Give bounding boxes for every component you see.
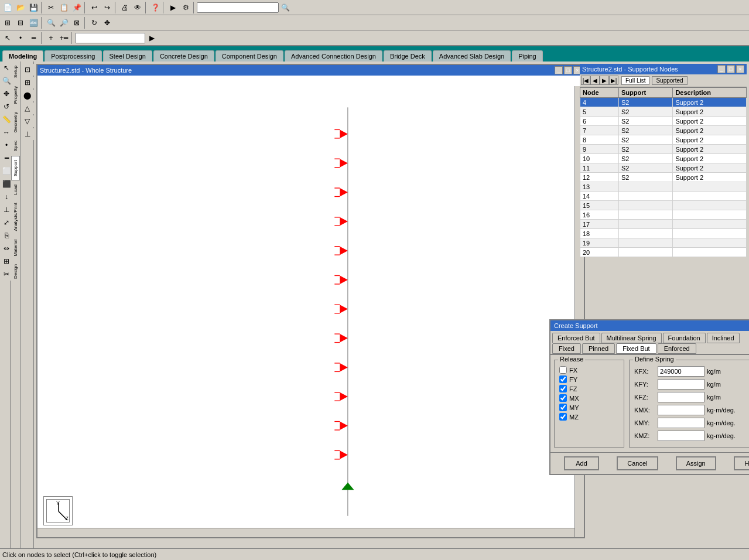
- table-row[interactable]: 12S2Support 2: [580, 173, 747, 182]
- search-input[interactable]: [197, 2, 279, 13]
- vtab-setup[interactable]: Setup: [11, 62, 20, 82]
- nav-prev-btn[interactable]: ◀: [590, 76, 600, 85]
- dialog-subtab-fixed[interactable]: Fixed: [552, 343, 581, 354]
- mz-checkbox[interactable]: [559, 413, 567, 421]
- select-btn[interactable]: ↖: [1, 32, 14, 44]
- print-btn[interactable]: 🖨: [118, 2, 131, 13]
- labels-btn[interactable]: 🔤: [27, 17, 40, 29]
- tab-component-design[interactable]: Component Design: [216, 50, 283, 62]
- run-cmd-btn[interactable]: ▶: [145, 32, 158, 44]
- add-node-btn[interactable]: +: [45, 32, 57, 44]
- mode-btn[interactable]: ⚙: [179, 2, 192, 13]
- vtab-geometry[interactable]: Geometry: [11, 108, 20, 136]
- zoom-in-btn[interactable]: 🔍: [45, 17, 57, 29]
- table-row[interactable]: 7S2Support 2: [580, 126, 747, 135]
- nodes-table-container[interactable]: Node Support Description 4S2Support 25S2…: [580, 87, 747, 257]
- undo-btn[interactable]: ↩: [88, 2, 101, 13]
- table-row[interactable]: 9S2Support 2: [580, 145, 747, 154]
- nav-next-btn[interactable]: ▶: [600, 76, 609, 85]
- dialog-tab-enforced-but[interactable]: Enforced But: [552, 333, 600, 343]
- table-row[interactable]: 10S2Support 2: [580, 154, 747, 163]
- side-btn-4[interactable]: △: [21, 103, 34, 114]
- open-btn[interactable]: 📂: [14, 2, 27, 13]
- nodes-close-btn[interactable]: ×: [736, 65, 744, 73]
- cut-btn[interactable]: ✂: [45, 2, 57, 13]
- add-beam-btn[interactable]: +━: [57, 32, 70, 44]
- grid-btn[interactable]: ⊟: [14, 17, 27, 29]
- side-btn-3[interactable]: ⬤: [21, 90, 34, 101]
- nodes-minimize-btn[interactable]: _: [717, 65, 726, 73]
- nodes-maximize-btn[interactable]: □: [727, 65, 735, 73]
- search-btn[interactable]: 🔍: [279, 2, 292, 13]
- fx-checkbox[interactable]: [559, 366, 567, 374]
- table-row[interactable]: 13: [580, 182, 747, 192]
- table-row[interactable]: 15: [580, 201, 747, 210]
- tab-piping[interactable]: Piping: [512, 50, 543, 62]
- table-row[interactable]: 5S2Support 2: [580, 107, 747, 117]
- add-button[interactable]: Add: [564, 456, 599, 470]
- tab-postprocessing[interactable]: Postprocessing: [45, 50, 101, 62]
- vtab-load[interactable]: Load: [11, 180, 20, 199]
- table-row[interactable]: 8S2Support 2: [580, 135, 747, 145]
- save-btn[interactable]: 💾: [27, 2, 40, 13]
- table-row[interactable]: 20: [580, 248, 747, 257]
- canvas-maximize-btn[interactable]: □: [564, 66, 572, 74]
- canvas-scrollbar-h[interactable]: [37, 528, 574, 537]
- mx-checkbox[interactable]: [559, 394, 567, 402]
- redo-btn[interactable]: ↪: [101, 2, 114, 13]
- run-btn[interactable]: ▶: [166, 2, 179, 13]
- table-row[interactable]: 6S2Support 2: [580, 117, 747, 126]
- beam-btn[interactable]: ━: [27, 32, 40, 44]
- nav-first-btn[interactable]: |◀: [581, 76, 590, 85]
- kfx-input[interactable]: [658, 366, 704, 377]
- table-row[interactable]: 11S2Support 2: [580, 163, 747, 173]
- snap-btn[interactable]: ⊞: [1, 17, 14, 29]
- nav-last-btn[interactable]: ▶|: [609, 76, 618, 85]
- help-btn[interactable]: ❓: [149, 2, 162, 13]
- fy-checkbox[interactable]: [559, 375, 567, 383]
- tab-modeling[interactable]: Modeling: [2, 50, 43, 62]
- dialog-tab-multilinear[interactable]: Multilinear Spring: [601, 333, 662, 343]
- kfz-input[interactable]: [658, 392, 704, 402]
- nodes-tab-fulllist[interactable]: Full List: [621, 76, 649, 85]
- zoom-fit-btn[interactable]: ⊠: [70, 17, 83, 29]
- vtab-design[interactable]: Design: [11, 260, 20, 283]
- new-btn[interactable]: 📄: [1, 2, 14, 13]
- table-row[interactable]: 14: [580, 192, 747, 201]
- my-checkbox[interactable]: [559, 404, 567, 411]
- zoom-out-btn[interactable]: 🔎: [57, 17, 70, 29]
- rotate-btn[interactable]: ↻: [88, 17, 101, 29]
- cancel-button[interactable]: Cancel: [617, 456, 658, 470]
- table-row[interactable]: 16: [580, 210, 747, 220]
- kmy-input[interactable]: [658, 418, 704, 428]
- side-btn-6[interactable]: ⊥: [21, 128, 34, 140]
- side-btn-2[interactable]: ⊞: [21, 77, 34, 88]
- table-row[interactable]: 21: [580, 257, 747, 258]
- kmz-input[interactable]: [658, 431, 704, 441]
- node-btn[interactable]: •: [14, 32, 27, 44]
- dialog-subtab-enforced[interactable]: Enforced: [658, 343, 696, 354]
- dialog-subtab-fixedbut[interactable]: Fixed But: [616, 343, 656, 354]
- vtab-spec[interactable]: Spec: [11, 136, 20, 155]
- vtab-property[interactable]: Property: [11, 82, 20, 108]
- preview-btn[interactable]: 👁: [131, 2, 144, 13]
- table-row[interactable]: 4S2Support 2: [580, 98, 747, 107]
- copy-btn[interactable]: 📋: [57, 2, 70, 13]
- dialog-tab-inclined[interactable]: Inclined: [707, 333, 740, 343]
- tab-steel-design[interactable]: Steel Design: [103, 50, 152, 62]
- kmx-input[interactable]: [658, 405, 704, 415]
- table-row[interactable]: 18: [580, 229, 747, 238]
- structure-canvas[interactable]: Y Z: [37, 76, 584, 537]
- kfy-input[interactable]: [658, 379, 704, 390]
- pan-btn[interactable]: ✥: [101, 17, 114, 29]
- dialog-tab-foundation[interactable]: Foundation: [663, 333, 706, 343]
- vtab-material[interactable]: Material: [11, 235, 20, 260]
- canvas-minimize-btn[interactable]: _: [555, 66, 563, 74]
- nodes-tab-supported[interactable]: Supported: [652, 76, 687, 85]
- tab-bridge-deck[interactable]: Bridge Deck: [384, 50, 432, 62]
- tab-advanced-connection[interactable]: Advanced Connection Design: [285, 50, 382, 62]
- help-button[interactable]: Help: [734, 456, 749, 470]
- assign-button[interactable]: Assign: [676, 456, 716, 470]
- vtab-support[interactable]: Support: [11, 156, 20, 180]
- dialog-subtab-pinned[interactable]: Pinned: [582, 343, 615, 354]
